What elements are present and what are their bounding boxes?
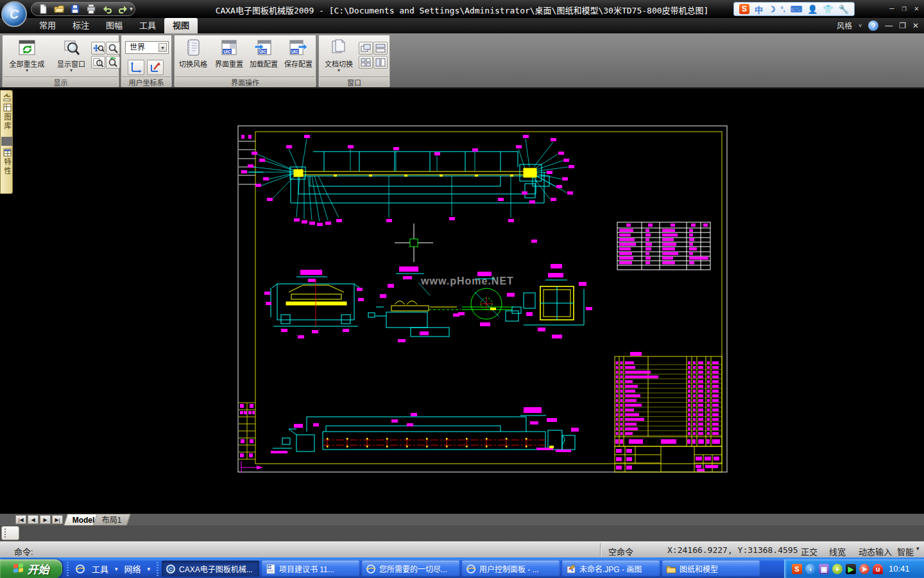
task-caxa[interactable]: C CAXA电子图板机械... [162, 561, 259, 577]
svg-text:UIC: UIC [223, 49, 231, 54]
task-browser-1[interactable]: 您所需要的一切尽... [362, 561, 459, 577]
caxa-logo-icon[interactable]: C [1, 1, 27, 27]
minimize-button[interactable]: — [889, 4, 894, 13]
tray-download-icon[interactable]: ➤ [859, 564, 869, 574]
tray-rollback-icon[interactable]: ‹ [805, 564, 816, 574]
print-icon[interactable] [86, 4, 96, 14]
task-folder[interactable]: 图纸和模型 [662, 561, 760, 577]
style-dropdown-arrow[interactable]: ˅ [859, 22, 862, 29]
smart-snap-arrow[interactable]: ▾ [916, 545, 920, 552]
redo-icon[interactable] [118, 4, 128, 14]
svg-text:W: W [268, 565, 271, 569]
sogou-logo-icon[interactable]: S [739, 4, 749, 14]
library-icon [3, 103, 12, 112]
quicklaunch-tools[interactable]: 工具 [92, 563, 108, 575]
tab-shitu-active[interactable]: 视图 [164, 18, 198, 33]
caxa-task-icon: C [166, 564, 176, 574]
ime-punctuation-icon[interactable]: °, [781, 6, 785, 13]
drawing-sheet[interactable]: www.pHome.NET [237, 122, 732, 477]
tray-messenger-icon[interactable]: ▣ [819, 564, 829, 574]
ime-profile-icon[interactable]: 👤 [807, 4, 817, 14]
strip-divider [1, 137, 12, 146]
prev-sheet-button[interactable]: ◀ [28, 515, 38, 524]
doc-close-button[interactable]: ✕ [912, 21, 919, 30]
help-icon[interactable]: ? [868, 21, 878, 31]
zoom-previous-icon[interactable] [106, 56, 120, 69]
tray-thunder-icon[interactable]: u [873, 564, 883, 574]
task-word-doc[interactable]: W 项目建议书 11... [262, 561, 359, 577]
undo-icon[interactable] [102, 4, 112, 14]
first-sheet-button[interactable]: |◀ [15, 515, 26, 524]
show-window-icon [62, 38, 81, 57]
tab-layout1[interactable]: 布局1 [93, 514, 131, 525]
doc-restore-button[interactable]: ❐ [899, 21, 906, 30]
show-window-button[interactable]: 显示窗口▾ [51, 38, 91, 73]
ime-wrench-icon[interactable]: 🔧 [839, 4, 849, 14]
command-history-area [0, 525, 924, 541]
qat-customize-arrow[interactable]: ▾ [130, 5, 133, 12]
tray-sogou-icon[interactable]: S [792, 564, 802, 574]
linewidth-toggle[interactable]: 线宽 [829, 545, 846, 557]
style-dropdown[interactable]: 风格 [837, 20, 852, 31]
command-panel-grip[interactable] [1, 526, 19, 540]
ime-skin-icon[interactable]: 👕 [823, 4, 834, 14]
start-button[interactable]: 开始 [0, 559, 62, 578]
ortho-toggle[interactable]: 正交 [801, 545, 817, 557]
pan-zoom-icon[interactable] [91, 42, 105, 55]
switch-style-button[interactable]: 切换风格 [176, 38, 210, 69]
tray-media-icon[interactable]: ▶ [846, 564, 856, 574]
restore-button[interactable]: ❐ [902, 4, 907, 13]
tab-gongju[interactable]: 工具 [131, 18, 164, 33]
sidebar-tab-properties[interactable]: 特性 [1, 148, 13, 176]
quick-access-toolbar [31, 2, 135, 16]
task-browser-2[interactable]: 用户控制面板 - ... [462, 561, 560, 577]
save-config-icon: UIC [289, 38, 308, 57]
ucs-combo-arrow[interactable]: ▾ [158, 43, 167, 52]
window-controls: — ❐ ✕ [889, 4, 919, 13]
regen-all-button[interactable]: 全部重生成▾ [4, 38, 50, 73]
tile-horizontal-icon[interactable] [373, 42, 388, 55]
save-icon[interactable] [70, 4, 80, 14]
windows-flag-icon [13, 563, 24, 574]
open-file-icon[interactable] [54, 4, 64, 14]
quick-launch: 工具▾ 网络▾ [67, 559, 158, 578]
title-block [615, 446, 722, 472]
task-paint[interactable]: 未命名.JPG - 画图 [562, 561, 660, 577]
ucs-manage-icon[interactable] [147, 60, 164, 75]
save-config-button[interactable]: UIC 保存配置 [281, 38, 316, 69]
close-button[interactable]: ✕ [914, 4, 919, 13]
doc-switch-button[interactable]: 文档切换▾ [320, 38, 357, 73]
zoom-window-icon[interactable] [91, 56, 105, 69]
dynamic-input-toggle[interactable]: 动态输入 [859, 545, 892, 557]
tile-grid-icon[interactable] [359, 56, 373, 69]
ime-chinese-mode-icon[interactable]: 中 [755, 3, 763, 15]
cascade-windows-icon[interactable] [359, 42, 373, 55]
ucs-combo[interactable]: 世界▾ [125, 41, 169, 54]
zoom-in-icon[interactable] [106, 42, 120, 55]
system-tray: S ‹ ▣ + ▶ ➤ u 10:41 [784, 559, 924, 578]
tab-tufu[interactable]: 图幅 [98, 18, 131, 33]
ime-fullmoon-icon[interactable]: ☽ [768, 4, 776, 14]
ie-quicklaunch-icon[interactable] [75, 564, 85, 574]
sidebar-tab-library[interactable]: 图库 [1, 103, 13, 131]
tray-clock: 10:41 [889, 564, 910, 574]
doc-minimize-button[interactable]: — [885, 21, 893, 30]
load-config-button[interactable]: UIC 加载配置 [246, 38, 281, 69]
tab-changyong[interactable]: 常用 [31, 18, 64, 33]
quicklaunch-network[interactable]: 网络 [124, 563, 141, 575]
regen-all-icon [17, 38, 37, 57]
ucs-new-icon[interactable] [128, 60, 144, 75]
properties-icon [3, 148, 12, 157]
last-sheet-button[interactable]: ▶| [52, 515, 63, 524]
next-sheet-button[interactable]: ▶ [40, 515, 51, 524]
new-file-icon[interactable] [38, 4, 48, 14]
tray-security-plus-icon[interactable]: + [832, 564, 843, 574]
ribbon-group-window: 文档切换▾ 窗口 [318, 35, 390, 87]
smart-snap-toggle[interactable]: 智能 [897, 545, 914, 557]
command-prompt[interactable]: 命令: [14, 545, 33, 557]
panel-pin-icon[interactable] [3, 92, 12, 104]
ime-softkeyboard-icon[interactable]: ⌨ [791, 4, 803, 14]
ui-reset-button[interactable]: UIC 界面重置 [212, 38, 246, 69]
tile-vertical-icon[interactable] [373, 56, 388, 69]
tab-biaozhu[interactable]: 标注 [64, 18, 98, 33]
